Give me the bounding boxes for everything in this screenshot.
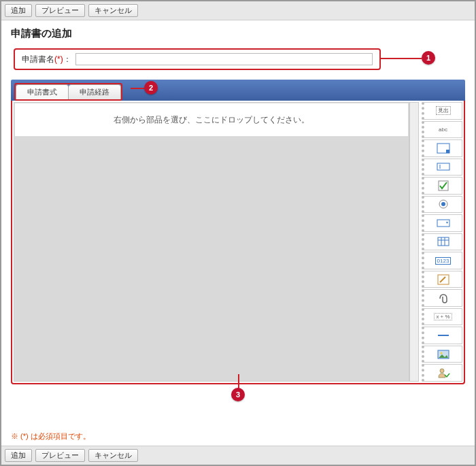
cancel-button[interactable]: キャンセル — [88, 4, 138, 17]
svg-rect-2 — [437, 163, 449, 170]
textbox-icon — [437, 161, 450, 172]
callout-3-badge: 3 — [231, 388, 245, 401]
label-icon: abc — [439, 127, 447, 133]
palette-image[interactable] — [422, 346, 462, 363]
svg-rect-8 — [438, 237, 449, 246]
callout-1-badge: 1 — [422, 51, 435, 65]
cancel-button-bottom[interactable]: キャンセル — [88, 449, 138, 462]
svg-point-16 — [440, 369, 444, 373]
palette-user[interactable] — [422, 364, 462, 382]
palette-label[interactable]: abc — [422, 121, 462, 139]
user-icon — [437, 367, 450, 378]
callout-2-line — [131, 88, 144, 89]
add-button-bottom[interactable]: 追加 — [5, 449, 32, 462]
palette-calc[interactable]: x + % — [422, 308, 462, 326]
drop-hint: 右側から部品を選び、ここにドロップしてください。 — [14, 103, 409, 137]
svg-rect-7 — [437, 220, 449, 227]
drop-canvas[interactable]: 右側から部品を選び、ここにドロップしてください。 — [14, 102, 409, 382]
palette-textarea[interactable] — [422, 139, 462, 157]
callout-2-badge: 2 — [144, 81, 158, 95]
palette-separator[interactable] — [422, 327, 462, 344]
number-icon: 0123 — [435, 257, 452, 265]
canvas-scrollbar[interactable] — [409, 102, 419, 382]
palette-radio[interactable] — [422, 196, 462, 214]
top-toolbar: 追加 プレビュー キャンセル — [1, 1, 475, 20]
palette-date[interactable] — [422, 233, 462, 251]
radio-icon — [437, 199, 450, 210]
textarea-icon — [437, 143, 450, 154]
page-title: 申請書の追加 — [1, 20, 475, 44]
richtext-icon — [437, 274, 450, 285]
svg-point-15 — [440, 352, 442, 354]
image-icon — [437, 349, 450, 360]
callout-3-line — [238, 374, 239, 389]
tabs-highlight: 申請書式 申請経路 — [14, 83, 122, 101]
name-label: 申請書名(*)： — [22, 54, 71, 65]
palette-textbox[interactable] — [422, 159, 462, 176]
preview-button-bottom[interactable]: プレビュー — [35, 449, 85, 462]
preview-button[interactable]: プレビュー — [35, 4, 85, 17]
palette-checkbox[interactable] — [422, 177, 462, 195]
heading-icon: 見出 — [436, 106, 451, 115]
name-label-text: 申請書名 — [22, 54, 54, 64]
palette-richtext[interactable] — [422, 271, 462, 288]
palette-dropdown[interactable] — [422, 214, 462, 232]
required-note: ※ (*) は必須項目です。 — [11, 431, 90, 442]
calc-icon: x + % — [434, 313, 452, 320]
svg-rect-1 — [446, 150, 449, 153]
required-mark: (*) — [54, 54, 63, 64]
svg-point-6 — [441, 202, 445, 206]
dropdown-icon — [437, 218, 450, 229]
callout-1-line — [381, 58, 422, 59]
name-field-group: 申請書名(*)： — [14, 48, 381, 70]
tab-bar: 申請書式 申請経路 2 — [11, 80, 465, 101]
name-row: 申請書名(*)： 1 — [14, 48, 462, 70]
add-button[interactable]: 追加 — [5, 4, 32, 17]
bottom-toolbar: 追加 プレビュー キャンセル — [1, 446, 475, 465]
tab-form[interactable]: 申請書式 — [16, 84, 69, 99]
checkbox-icon — [437, 180, 450, 191]
clip-icon — [437, 293, 450, 303]
calendar-icon — [437, 236, 450, 247]
separator-icon — [437, 330, 450, 341]
form-canvas-region: 右側から部品を選び、ここにドロップしてください。 見出 abc — [11, 101, 465, 384]
tab-route[interactable]: 申請経路 — [69, 84, 121, 99]
palette-number[interactable]: 0123 — [422, 252, 462, 269]
colon: ： — [63, 54, 71, 64]
application-name-input[interactable] — [75, 53, 373, 65]
component-palette: 見出 abc 012 — [422, 102, 462, 382]
palette-heading[interactable]: 見出 — [422, 102, 462, 120]
palette-attachment[interactable] — [422, 289, 462, 307]
